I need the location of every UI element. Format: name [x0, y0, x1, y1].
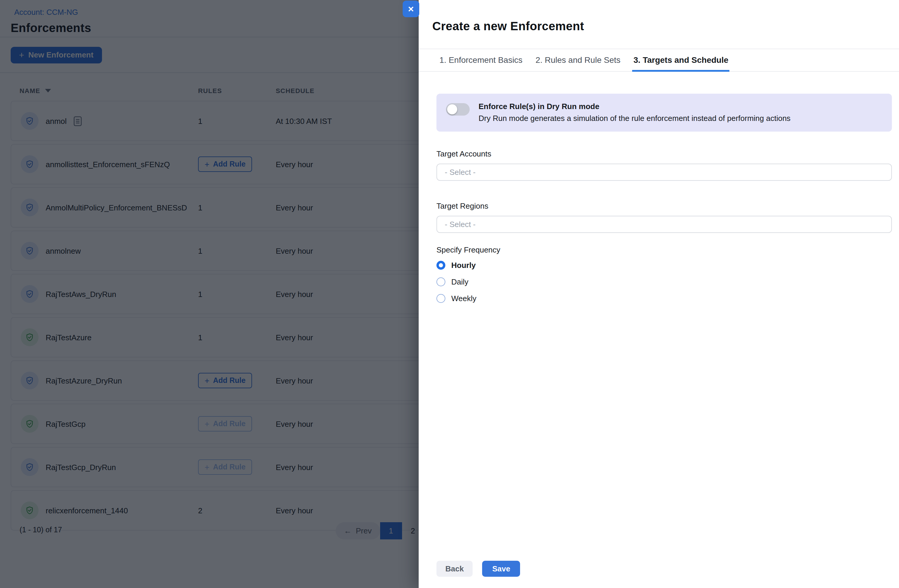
drawer-header: Create a new Enforcement: [419, 0, 899, 49]
save-button[interactable]: Save: [482, 561, 521, 577]
select-placeholder: - Select -: [445, 168, 476, 177]
frequency-label: Specify Frequency: [436, 245, 892, 254]
screen: Account: CCM-NG Enforcements + New Enfor…: [0, 0, 899, 588]
select-placeholder: - Select -: [445, 220, 476, 229]
frequency-options: HourlyDailyWeekly: [436, 260, 892, 303]
frequency-option-hourly[interactable]: Hourly: [436, 260, 892, 270]
frequency-section: Specify Frequency HourlyDailyWeekly: [436, 245, 892, 303]
dry-run-description: Dry Run mode generates a simulation of t…: [479, 113, 791, 125]
target-regions-label: Target Regions: [436, 202, 892, 210]
radio-label: Weekly: [451, 294, 476, 302]
back-button[interactable]: Back: [436, 561, 473, 577]
dry-run-banner: Enforce Rule(s) in Dry Run mode Dry Run …: [436, 94, 892, 131]
dry-run-toggle[interactable]: [446, 103, 470, 116]
target-accounts-field: Target Accounts - Select -: [436, 150, 892, 181]
target-accounts-label: Target Accounts: [436, 150, 892, 158]
toggle-knob: [447, 104, 457, 114]
frequency-option-weekly[interactable]: Weekly: [436, 293, 892, 303]
modal-backdrop[interactable]: [0, 0, 419, 588]
target-regions-select[interactable]: - Select -: [436, 216, 892, 233]
radio-icon[interactable]: [436, 261, 445, 269]
drawer-body: Enforce Rule(s) in Dry Run mode Dry Run …: [419, 72, 899, 303]
drawer-tabs: 1. Enforcement Basics2. Rules and Rule S…: [419, 49, 899, 72]
tab-2[interactable]: 2. Rules and Rule Sets: [534, 49, 621, 72]
radio-icon[interactable]: [436, 294, 445, 302]
frequency-option-daily[interactable]: Daily: [436, 277, 892, 286]
radio-label: Hourly: [451, 261, 476, 269]
tab-1[interactable]: 1. Enforcement Basics: [438, 49, 524, 72]
radio-label: Daily: [451, 277, 468, 286]
radio-icon[interactable]: [436, 277, 445, 286]
target-regions-field: Target Regions - Select -: [436, 202, 892, 233]
tab-3[interactable]: 3. Targets and Schedule: [632, 49, 730, 72]
dry-run-title: Enforce Rule(s) in Dry Run mode: [479, 101, 791, 113]
create-enforcement-drawer: Create a new Enforcement 1. Enforcement …: [419, 0, 899, 588]
target-accounts-select[interactable]: - Select -: [436, 164, 892, 181]
drawer-footer: Back Save: [436, 561, 521, 577]
drawer-title: Create a new Enforcement: [432, 20, 584, 32]
close-icon[interactable]: ✕: [403, 1, 419, 17]
